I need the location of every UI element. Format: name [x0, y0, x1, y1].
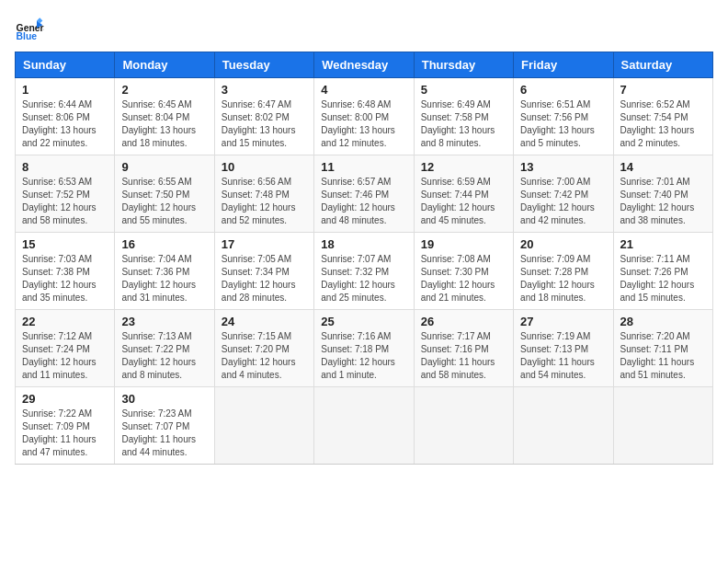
day-detail: Sunrise: 7:08 AMSunset: 7:30 PMDaylight:…	[421, 253, 506, 304]
calendar-cell: 28Sunrise: 7:20 AMSunset: 7:11 PMDayligh…	[613, 310, 712, 387]
calendar-cell: 20Sunrise: 7:09 AMSunset: 7:28 PMDayligh…	[514, 233, 613, 310]
weekday-header-saturday: Saturday	[613, 52, 712, 78]
day-number: 2	[121, 83, 207, 97]
calendar-cell: 3Sunrise: 6:47 AMSunset: 8:02 PMDaylight…	[214, 78, 313, 155]
day-number: 25	[321, 315, 406, 328]
calendar-cell: 1Sunrise: 6:44 AMSunset: 8:06 PMDaylight…	[16, 78, 115, 155]
day-number: 10	[222, 160, 307, 174]
calendar-cell: 14Sunrise: 7:01 AMSunset: 7:40 PMDayligh…	[613, 155, 712, 233]
day-number: 15	[22, 237, 108, 251]
day-number: 4	[321, 83, 406, 97]
day-detail: Sunrise: 6:44 AMSunset: 8:06 PMDaylight:…	[22, 98, 108, 150]
calendar-cell: 17Sunrise: 7:05 AMSunset: 7:34 PMDayligh…	[214, 233, 313, 310]
calendar-cell	[314, 387, 414, 465]
calendar-cell: 26Sunrise: 7:17 AMSunset: 7:16 PMDayligh…	[414, 310, 513, 387]
week-row-3: 15Sunrise: 7:03 AMSunset: 7:38 PMDayligh…	[16, 233, 713, 310]
day-number: 11	[321, 160, 406, 174]
calendar-cell: 30Sunrise: 7:23 AMSunset: 7:07 PMDayligh…	[115, 387, 214, 465]
day-number: 5	[421, 83, 506, 97]
weekday-header-row: SundayMondayTuesdayWednesdayThursdayFrid…	[16, 52, 713, 78]
calendar-cell: 24Sunrise: 7:15 AMSunset: 7:20 PMDayligh…	[214, 310, 313, 387]
calendar-cell: 19Sunrise: 7:08 AMSunset: 7:30 PMDayligh…	[414, 233, 513, 310]
day-number: 22	[22, 315, 108, 328]
day-number: 21	[620, 237, 706, 251]
calendar-cell: 18Sunrise: 7:07 AMSunset: 7:32 PMDayligh…	[314, 233, 414, 310]
day-detail: Sunrise: 7:09 AMSunset: 7:28 PMDaylight:…	[520, 253, 606, 304]
day-number: 6	[520, 83, 606, 97]
calendar-cell: 25Sunrise: 7:16 AMSunset: 7:18 PMDayligh…	[314, 310, 414, 387]
day-number: 17	[222, 237, 307, 251]
day-number: 14	[620, 160, 706, 174]
day-detail: Sunrise: 7:15 AMSunset: 7:20 PMDaylight:…	[222, 330, 307, 382]
svg-text:Blue: Blue	[17, 31, 38, 41]
day-detail: Sunrise: 6:57 AMSunset: 7:46 PMDaylight:…	[321, 176, 406, 227]
day-number: 7	[620, 83, 706, 97]
day-detail: Sunrise: 7:01 AMSunset: 7:40 PMDaylight:…	[620, 176, 706, 227]
day-detail: Sunrise: 6:56 AMSunset: 7:48 PMDaylight:…	[222, 176, 307, 227]
day-detail: Sunrise: 7:23 AMSunset: 7:07 PMDaylight:…	[121, 408, 207, 459]
day-detail: Sunrise: 6:53 AMSunset: 7:52 PMDaylight:…	[22, 176, 108, 227]
week-row-1: 1Sunrise: 6:44 AMSunset: 8:06 PMDaylight…	[16, 78, 713, 155]
day-detail: Sunrise: 7:11 AMSunset: 7:26 PMDaylight:…	[620, 253, 706, 304]
day-number: 20	[520, 237, 606, 251]
day-detail: Sunrise: 7:19 AMSunset: 7:13 PMDaylight:…	[520, 330, 606, 382]
weekday-header-monday: Monday	[115, 52, 214, 78]
calendar-cell: 27Sunrise: 7:19 AMSunset: 7:13 PMDayligh…	[514, 310, 613, 387]
day-detail: Sunrise: 6:51 AMSunset: 7:56 PMDaylight:…	[520, 98, 606, 150]
day-number: 29	[22, 392, 108, 406]
day-detail: Sunrise: 7:13 AMSunset: 7:22 PMDaylight:…	[121, 330, 207, 382]
calendar-cell: 15Sunrise: 7:03 AMSunset: 7:38 PMDayligh…	[16, 233, 115, 310]
day-detail: Sunrise: 7:03 AMSunset: 7:38 PMDaylight:…	[22, 253, 108, 304]
day-number: 23	[121, 315, 207, 328]
day-detail: Sunrise: 7:16 AMSunset: 7:18 PMDaylight:…	[321, 330, 406, 382]
calendar-cell: 23Sunrise: 7:13 AMSunset: 7:22 PMDayligh…	[115, 310, 214, 387]
weekday-header-sunday: Sunday	[16, 52, 115, 78]
day-number: 12	[421, 160, 506, 174]
day-number: 26	[421, 315, 506, 328]
day-detail: Sunrise: 7:12 AMSunset: 7:24 PMDaylight:…	[22, 330, 108, 382]
day-number: 27	[520, 315, 606, 328]
day-detail: Sunrise: 7:05 AMSunset: 7:34 PMDaylight:…	[222, 253, 307, 304]
day-number: 9	[121, 160, 207, 174]
calendar-cell: 29Sunrise: 7:22 AMSunset: 7:09 PMDayligh…	[16, 387, 115, 465]
calendar-cell: 10Sunrise: 6:56 AMSunset: 7:48 PMDayligh…	[214, 155, 313, 233]
day-number: 3	[222, 83, 307, 97]
calendar-cell: 22Sunrise: 7:12 AMSunset: 7:24 PMDayligh…	[16, 310, 115, 387]
weekday-header-wednesday: Wednesday	[314, 52, 414, 78]
calendar-cell: 4Sunrise: 6:48 AMSunset: 8:00 PMDaylight…	[314, 78, 414, 155]
day-detail: Sunrise: 7:04 AMSunset: 7:36 PMDaylight:…	[121, 253, 207, 304]
day-detail: Sunrise: 6:55 AMSunset: 7:50 PMDaylight:…	[121, 176, 207, 227]
calendar-cell: 13Sunrise: 7:00 AMSunset: 7:42 PMDayligh…	[514, 155, 613, 233]
day-number: 19	[421, 237, 506, 251]
calendar-cell: 16Sunrise: 7:04 AMSunset: 7:36 PMDayligh…	[115, 233, 214, 310]
day-number: 16	[121, 237, 207, 251]
week-row-5: 29Sunrise: 7:22 AMSunset: 7:09 PMDayligh…	[16, 387, 713, 465]
logo: General Blue	[15, 15, 51, 44]
day-detail: Sunrise: 7:00 AMSunset: 7:42 PMDaylight:…	[520, 176, 606, 227]
day-detail: Sunrise: 7:20 AMSunset: 7:11 PMDaylight:…	[620, 330, 706, 382]
calendar-cell: 7Sunrise: 6:52 AMSunset: 7:54 PMDaylight…	[613, 78, 712, 155]
calendar-cell	[414, 387, 513, 465]
calendar-cell: 8Sunrise: 6:53 AMSunset: 7:52 PMDaylight…	[16, 155, 115, 233]
day-number: 28	[620, 315, 706, 328]
calendar-table: SundayMondayTuesdayWednesdayThursdayFrid…	[15, 52, 713, 465]
weekday-header-friday: Friday	[514, 52, 613, 78]
day-detail: Sunrise: 7:22 AMSunset: 7:09 PMDaylight:…	[22, 408, 108, 459]
day-number: 18	[321, 237, 406, 251]
calendar-cell: 21Sunrise: 7:11 AMSunset: 7:26 PMDayligh…	[613, 233, 712, 310]
day-detail: Sunrise: 6:49 AMSunset: 7:58 PMDaylight:…	[421, 98, 506, 150]
calendar-cell	[214, 387, 313, 465]
day-number: 30	[121, 392, 207, 406]
weekday-header-tuesday: Tuesday	[214, 52, 313, 78]
calendar-cell: 9Sunrise: 6:55 AMSunset: 7:50 PMDaylight…	[115, 155, 214, 233]
calendar-cell: 11Sunrise: 6:57 AMSunset: 7:46 PMDayligh…	[314, 155, 414, 233]
day-detail: Sunrise: 7:17 AMSunset: 7:16 PMDaylight:…	[421, 330, 506, 382]
calendar-cell: 2Sunrise: 6:45 AMSunset: 8:04 PMDaylight…	[115, 78, 214, 155]
logo-icon: General Blue	[15, 15, 44, 44]
day-detail: Sunrise: 6:47 AMSunset: 8:02 PMDaylight:…	[222, 98, 307, 150]
day-number: 1	[22, 83, 108, 97]
day-detail: Sunrise: 7:07 AMSunset: 7:32 PMDaylight:…	[321, 253, 406, 304]
day-number: 24	[222, 315, 307, 328]
calendar-cell	[514, 387, 613, 465]
page-header: General Blue	[15, 15, 713, 44]
